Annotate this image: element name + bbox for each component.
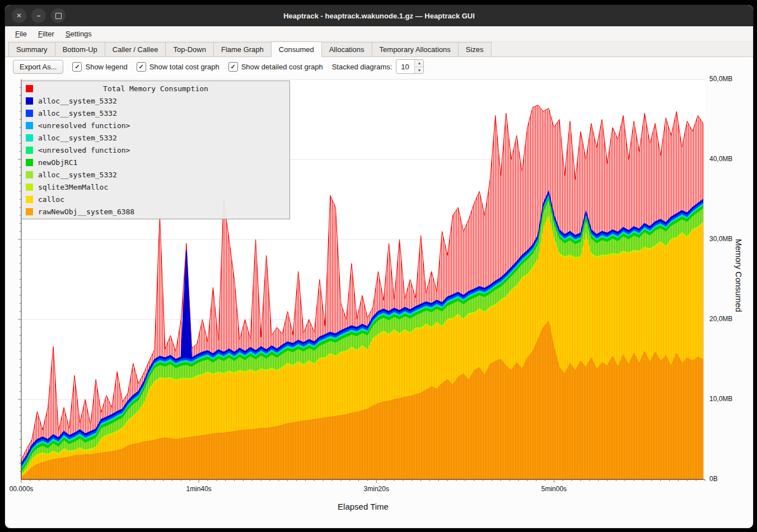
checkbox-label: Show total cost graph (149, 63, 219, 71)
stacked-diagrams-spinner[interactable]: 10 (396, 59, 424, 74)
tab-bar: Summary Bottom-Up Caller / Callee Top-Do… (5, 41, 753, 57)
legend-swatch (26, 196, 33, 203)
tab-summary[interactable]: Summary (8, 42, 55, 57)
legend-label: alloc__system_5332 (38, 134, 117, 142)
tab-caller-callee[interactable]: Caller / Callee (105, 42, 166, 57)
legend-swatch (26, 110, 33, 117)
legend-title: Total Memory Consumption (24, 82, 287, 95)
legend-item: newObjRC1 (24, 156, 287, 168)
legend-item: <unresolved function> (24, 144, 287, 156)
legend-label: <unresolved function> (38, 121, 130, 130)
x-axis-title: Elapsed Time (21, 502, 705, 511)
checkbox-show-detailed-cost-graph[interactable]: Show detailed cost graph (228, 62, 323, 72)
legend-swatch (26, 183, 33, 191)
spinner-down-icon[interactable] (415, 67, 423, 74)
stacked-diagrams-value: 10 (396, 60, 414, 73)
heaptrack-window: Heaptrack - heaptrack.wakunode.1.gz — He… (4, 4, 754, 529)
legend-label: <unresolved function> (38, 146, 130, 154)
checkbox-label: Show legend (85, 63, 127, 71)
stacked-diagrams-label: Stacked diagrams: (332, 63, 392, 71)
x-tick-label: 1min40s (179, 485, 218, 493)
y-tick-label: 10,0MB (709, 395, 732, 403)
x-tick-label: 00.000s (4, 485, 41, 493)
legend-item: calloc (24, 193, 287, 205)
legend-label: rawNewObj__system_6388 (38, 208, 134, 216)
menu-bar: File Filter Settings (5, 26, 753, 41)
checkbox-show-total-cost-graph[interactable]: Show total cost graph (137, 62, 219, 72)
legend-item: sqlite3MemMalloc (24, 181, 287, 193)
checkbox-show-legend[interactable]: Show legend (72, 62, 127, 72)
tab-flame-graph[interactable]: Flame Graph (213, 42, 272, 57)
chart-legend: Total Memory Consumptionalloc__system_53… (21, 81, 290, 219)
legend-label: alloc__system_5332 (38, 97, 117, 105)
tab-consumed[interactable]: Consumed (271, 41, 322, 57)
checkbox-icon (228, 62, 238, 72)
legend-swatch (26, 208, 33, 215)
legend-item: alloc__system_5332 (24, 95, 287, 107)
legend-swatch (26, 85, 33, 92)
legend-swatch (26, 134, 33, 142)
tab-temporary-allocations[interactable]: Temporary Allocations (372, 42, 459, 57)
legend-item: alloc__system_5332 (24, 107, 287, 119)
tab-sizes[interactable]: Sizes (458, 42, 492, 57)
minimize-icon[interactable] (31, 8, 46, 23)
y-tick-label: 30,0MB (709, 235, 732, 243)
menu-settings[interactable]: Settings (60, 28, 97, 40)
menu-file[interactable]: File (10, 28, 32, 40)
tab-top-down[interactable]: Top-Down (165, 42, 214, 57)
y-axis-title: Memory Consumed (734, 239, 744, 312)
checkbox-icon (137, 62, 146, 72)
memory-consumption-chart[interactable]: Total Memory Consumptionalloc__system_53… (15, 78, 712, 525)
x-tick-label: 5min00s (534, 485, 573, 493)
legend-item: rawNewObj__system_6388 (24, 205, 287, 218)
legend-swatch (26, 147, 33, 154)
legend-item: <unresolved function> (24, 119, 287, 131)
chart-toolbar: Export As... Show legend Show total cost… (5, 57, 753, 76)
y-tick-label: 50,0MB (709, 75, 732, 83)
checkbox-icon (72, 62, 82, 72)
window-controls (12, 8, 66, 23)
close-icon[interactable] (12, 8, 26, 23)
legend-label: sqlite3MemMalloc (38, 183, 108, 191)
legend-swatch (26, 122, 33, 129)
y-tick-label: 40,0MB (709, 155, 732, 163)
export-as-button[interactable]: Export As... (13, 60, 63, 74)
legend-label: alloc__system_5332 (38, 171, 117, 179)
legend-item: alloc__system_5332 (24, 168, 287, 181)
menu-filter[interactable]: Filter (32, 28, 60, 40)
legend-label: newObjRC1 (38, 158, 77, 167)
legend-swatch (26, 159, 33, 166)
spinner-up-icon[interactable] (415, 60, 423, 67)
tab-bottom-up[interactable]: Bottom-Up (55, 42, 105, 57)
y-tick-label: 0B (709, 475, 718, 483)
x-tick-label: 3min20s (357, 485, 396, 493)
legend-swatch (26, 171, 33, 178)
tab-allocations[interactable]: Allocations (321, 42, 372, 57)
maximize-icon[interactable] (51, 8, 66, 23)
checkbox-label: Show detailed cost graph (241, 63, 323, 71)
legend-swatch (26, 97, 33, 105)
legend-label: calloc (38, 195, 64, 204)
legend-item: alloc__system_5332 (24, 131, 287, 144)
window-title: Heaptrack - heaptrack.wakunode.1.gz — He… (5, 12, 753, 20)
legend-label: alloc__system_5332 (38, 109, 117, 117)
y-tick-label: 20,0MB (709, 315, 732, 323)
title-bar: Heaptrack - heaptrack.wakunode.1.gz — He… (5, 5, 753, 26)
legend-label: Total Memory Consumption (38, 84, 287, 93)
